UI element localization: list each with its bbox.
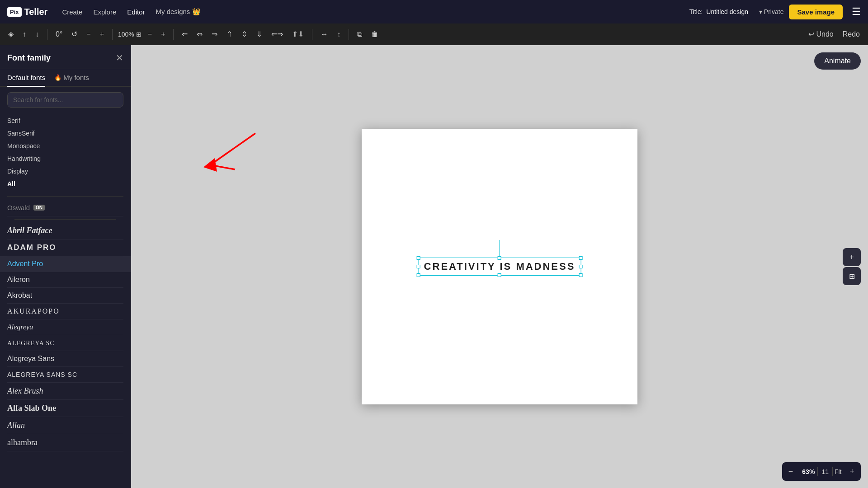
search-wrap <box>0 87 131 113</box>
svg-line-0 <box>210 133 255 165</box>
nav-right: ▾ Private Save image ☰ <box>759 5 861 19</box>
panel-title: Font family <box>7 53 51 63</box>
align-left-button[interactable]: ⇐ <box>179 28 190 40</box>
separator-1 <box>47 29 47 40</box>
font-tabs: Default fonts 🔥 My fonts <box>0 69 131 87</box>
font-item-akrobat[interactable]: Akrobat <box>7 288 123 304</box>
cat-monospace[interactable]: Monospace <box>7 140 123 152</box>
cat-serif[interactable]: Serif <box>7 115 123 127</box>
distribute-h-button[interactable]: ⇐⇒ <box>269 28 286 40</box>
font-name-adam: ADAM PRO <box>7 243 57 252</box>
align-center-v-button[interactable]: ⇕ <box>239 28 250 40</box>
search-input[interactable] <box>7 92 123 108</box>
refresh-button[interactable]: ↺ <box>69 28 80 40</box>
handle-bottom-right[interactable] <box>579 273 582 277</box>
tab-my-fonts-label: My fonts <box>63 74 89 81</box>
title-value[interactable]: Untitled design <box>706 8 748 15</box>
rotate-minus[interactable]: − <box>84 28 93 40</box>
separator-2 <box>112 29 113 40</box>
cat-display[interactable]: Display <box>7 165 123 177</box>
align-right-button[interactable]: ⇒ <box>209 28 220 40</box>
zoom-out-main[interactable]: − <box>782 462 800 481</box>
font-item-alhambra[interactable]: alhambra <box>7 434 123 451</box>
move-down-button[interactable]: ↓ <box>33 28 42 40</box>
rotate-plus[interactable]: + <box>97 28 107 40</box>
nav-mydesigns[interactable]: My designs 👑 <box>156 8 200 16</box>
design-canvas: CREATIVITY IS MADNESS <box>362 129 637 404</box>
zoom-fit-label[interactable]: Fit <box>833 468 844 475</box>
delete-button[interactable]: 🗑 <box>368 28 381 40</box>
svg-marker-2 <box>203 158 217 172</box>
cat-sansserif[interactable]: SansSerif <box>7 127 123 139</box>
menu-button[interactable]: ☰ <box>852 6 861 18</box>
font-item-alegreya-sans[interactable]: Alegreya Sans <box>7 351 123 367</box>
handle-bottom-mid[interactable] <box>498 273 501 277</box>
tab-my-fonts[interactable]: 🔥 My fonts <box>54 69 89 87</box>
nav-editor[interactable]: Editor <box>127 8 145 16</box>
save-button[interactable]: Save image <box>789 5 843 19</box>
logo: Pix Teller <box>7 7 47 17</box>
font-item-akurapopo[interactable]: AKURAPOPO <box>7 304 123 319</box>
zoom-percent: 100% <box>118 31 134 38</box>
separator-5 <box>349 29 349 40</box>
align-bottom-button[interactable]: ⇓ <box>254 28 265 40</box>
right-tool-alt[interactable]: ⊞ <box>843 267 861 285</box>
zoom-in-button[interactable]: + <box>158 28 168 40</box>
handle-bottom-left[interactable] <box>417 273 420 277</box>
tab-default-fonts[interactable]: Default fonts <box>7 69 45 87</box>
font-item-alegreya-sc[interactable]: ALEGREYA SC <box>7 335 123 351</box>
font-item-adam[interactable]: ADAM PRO <box>7 239 123 256</box>
layer-button[interactable]: ◈ <box>5 28 16 40</box>
nav-explore[interactable]: Explore <box>93 8 116 16</box>
handle-top-mid[interactable] <box>498 256 501 260</box>
font-item-aileron[interactable]: Aileron <box>7 272 123 288</box>
logo-text: Teller <box>24 7 48 17</box>
text-element[interactable]: CREATIVITY IS MADNESS <box>418 258 581 276</box>
cat-all[interactable]: All <box>7 178 123 190</box>
move-up-button[interactable]: ↑ <box>20 28 29 40</box>
distribute-v-button[interactable]: ⇑⇓ <box>289 28 307 40</box>
cat-handwriting[interactable]: Handwriting <box>7 153 123 164</box>
zoom-grid-icon: ⊞ <box>136 31 142 38</box>
font-item-advent[interactable]: Advent Pro <box>0 256 131 272</box>
font-name-akrobat: Akrobat <box>7 291 32 299</box>
zoom-out-button[interactable]: − <box>145 28 155 40</box>
svg-line-1 <box>210 165 235 169</box>
align-center-h-button[interactable]: ⇔ <box>194 28 205 40</box>
handle-top-right[interactable] <box>579 256 582 260</box>
zoom-in-main[interactable]: + <box>843 462 861 481</box>
pinned-font-oswald[interactable]: Oswald ON <box>7 199 123 216</box>
zoom-value: 63% <box>799 468 817 475</box>
handle-right-mid[interactable] <box>579 265 582 268</box>
flip-h-button[interactable]: ↔ <box>318 28 330 40</box>
handle-top-left[interactable] <box>417 256 420 260</box>
font-name-alegreya-sans: Alegreya Sans <box>7 355 54 362</box>
font-item-alex[interactable]: Alex Brush <box>7 383 123 400</box>
font-list: Oswald ON Abril Fatface ADAM PRO Advent … <box>0 199 131 488</box>
align-top-button[interactable]: ⇑ <box>224 28 235 40</box>
close-panel-button[interactable]: ✕ <box>116 52 123 63</box>
rotation-input[interactable]: 0° <box>53 28 65 40</box>
undo-button[interactable]: ↩ Undo <box>806 28 836 40</box>
right-tool-add[interactable]: + <box>843 248 861 266</box>
font-name-akurapopo: AKURAPOPO <box>7 307 60 315</box>
redo-button[interactable]: Redo <box>840 28 863 40</box>
document-title: Title: Untitled design <box>689 8 748 15</box>
editor-toolbar: ◈ ↑ ↓ 0° ↺ − + 100% ⊞ − + ⇐ ⇔ ⇒ ⇑ ⇕ ⇓ ⇐⇒… <box>0 23 868 45</box>
font-item-alfa[interactable]: Alfa Slab One <box>7 400 123 417</box>
font-item-abril[interactable]: Abril Fatface <box>7 222 123 239</box>
canvas-area: CREATIVITY IS MADNESS Animate + ⊞ − 63% … <box>131 45 868 488</box>
private-button[interactable]: ▾ Private <box>759 8 783 15</box>
flip-v-button[interactable]: ↕ <box>334 28 343 40</box>
font-name-alfa: Alfa Slab One <box>7 404 56 413</box>
font-item-allan[interactable]: Allan <box>7 417 123 434</box>
font-item-alegreya-sans-sc[interactable]: ALEGREYA SANS SC <box>7 367 123 383</box>
zoom-display: 100% ⊞ <box>118 31 142 38</box>
font-item-alegreya[interactable]: Alegreya <box>7 319 123 335</box>
fire-icon: 🔥 <box>54 74 61 81</box>
font-name-alex: Alex Brush <box>7 386 43 395</box>
duplicate-button[interactable]: ⧉ <box>354 28 365 40</box>
animate-button[interactable]: Animate <box>814 52 861 70</box>
nav-create[interactable]: Create <box>62 8 82 16</box>
handle-left-mid[interactable] <box>417 265 420 268</box>
